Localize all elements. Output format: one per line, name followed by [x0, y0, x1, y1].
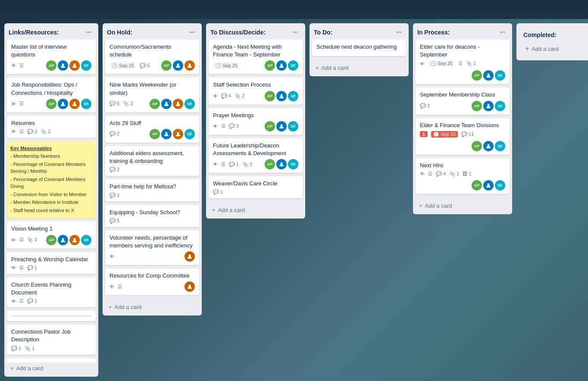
add-card-onhold[interactable]: + Add a card — [105, 301, 199, 313]
svg-point-38 — [281, 64, 283, 66]
card-key-measureables[interactable]: Key Measureables - Membership Numbers - … — [7, 141, 96, 219]
card-resources-comp[interactable]: Resources for Comp Committee 👁 ☰ — [105, 269, 199, 295]
add-icon: + — [10, 365, 14, 372]
avatar: SE — [185, 99, 195, 109]
add-card-discuss[interactable]: + Add a card — [209, 204, 303, 216]
svg-point-36 — [189, 255, 191, 257]
column-discuss: To Discuss/Decide: ··· Agenda - Next Mee… — [206, 23, 305, 219]
column-discuss-title: To Discuss/Decide: — [210, 29, 266, 36]
card-prayer-meetings[interactable]: Prayer Meetings 👁 ☰ 💬 2 AP SE — [209, 108, 303, 135]
card-connections-pastor[interactable]: Connections Pastor Job Description 💬 1 📎… — [7, 325, 96, 354]
card-future-leadership[interactable]: Future Leadership/Deacon Assessments & D… — [209, 138, 303, 173]
column-todo-cards: Schedule next deacon gathering — [310, 40, 409, 62]
avatar — [161, 129, 172, 139]
avatar — [276, 91, 287, 101]
avatar — [161, 99, 172, 109]
avatar — [173, 60, 183, 71]
column-links-title: Links/Resources: — [9, 29, 59, 36]
column-discuss-cards: Agenda - Next Meeting with Finance Team … — [206, 40, 305, 204]
add-icon: + — [316, 65, 319, 71]
avatar — [483, 70, 494, 81]
list-icon: ☰ — [19, 237, 24, 243]
card-next-hire[interactable]: Next Hire 👁 ☰ 💬 4 📎 1 🖼 1 AP SE — [416, 158, 510, 194]
card-job-responsibilities[interactable]: Job Responsibilities: Ops / Connections … — [7, 78, 96, 112]
card-vision-meeting[interactable]: Vision Meeting 1 👁 ☰ 📎 3 AP SE — [7, 222, 96, 248]
avatar: AP — [472, 180, 482, 190]
comment-icon: 💬 2 — [229, 123, 239, 129]
avatar: SE — [495, 70, 505, 81]
eye-icon: 👁 — [213, 94, 218, 99]
eye-icon: 👁 — [109, 254, 114, 259]
avatar — [185, 281, 195, 292]
svg-point-43 — [488, 104, 490, 106]
column-onhold-menu[interactable]: ··· — [187, 28, 197, 37]
comment-icon: 💬 5 — [109, 101, 119, 106]
add-icon: + — [109, 304, 112, 310]
avatar — [58, 60, 68, 71]
avatar — [483, 141, 494, 151]
card-master-list[interactable]: Master list of interview questions 👁 ☰ A… — [7, 40, 96, 74]
card-divider-card[interactable] — [7, 311, 96, 321]
column-inprocess-menu[interactable]: ··· — [497, 28, 508, 37]
card-equipping[interactable]: Equipping - Sunday School? 💬 5 — [105, 205, 199, 227]
column-links-menu[interactable]: ··· — [83, 28, 94, 37]
column-onhold-header: On Hold: ··· — [103, 23, 202, 40]
comment-icon: 💬 1 — [11, 346, 21, 351]
card-church-events[interactable]: Church Events Planning Document 👁 ☰ 💬 1 — [7, 278, 96, 307]
card-date: 🕐 Sep 25 — [213, 62, 240, 69]
card-nine-marks[interactable]: Nine Marks Weekender (or similar) 💬 5 📎 … — [105, 78, 199, 112]
card-parttime-melissa[interactable]: Part-time help for Melissa? 💬 2 — [105, 179, 199, 201]
card-agenda-finance[interactable]: Agenda - Next Meeting with Finance Team … — [209, 40, 303, 74]
add-card-links[interactable]: + Add a card — [7, 362, 96, 374]
avatar — [483, 180, 494, 190]
image-icon: 🖼 1 — [463, 171, 471, 176]
card-schedule-deacon[interactable]: Schedule next deacon gathering — [312, 40, 406, 56]
list-icon: ☰ — [19, 298, 24, 304]
eye-icon: 👁 — [11, 101, 16, 106]
add-card-inprocess[interactable]: + Add a card — [416, 200, 510, 212]
avatar: SE — [288, 60, 298, 71]
add-card-todo[interactable]: + Add a card — [312, 62, 406, 74]
svg-point-42 — [488, 74, 490, 76]
attachment-icon: 📎 1 — [466, 61, 476, 66]
card-sept-membership[interactable]: September Membership Class 💬 2 AP SE — [416, 87, 510, 114]
card-preaching-worship[interactable]: Preaching & Worship Calendar 👁 ☰ 💬 1 — [7, 252, 96, 274]
comment-icon: 💬 4 — [221, 93, 231, 99]
column-onhold-title: On Hold: — [107, 29, 132, 36]
list-icon: ☰ — [19, 63, 24, 69]
column-todo-title: To Do: — [314, 29, 332, 36]
comment-icon: 💬 1 — [213, 189, 223, 195]
card-resumes[interactable]: Resumes 👁 ☰ 💬 2 📎 2 — [7, 116, 96, 138]
avatar: SE — [185, 129, 195, 139]
avatar: AP — [46, 99, 56, 109]
card-elder-finance-divisions[interactable]: Elder & Finance Team Divisions 1 🕐 Sep 1… — [416, 118, 510, 155]
eye-icon: 👁 — [213, 124, 218, 129]
avatar — [173, 99, 183, 109]
column-discuss-menu[interactable]: ··· — [290, 28, 301, 37]
avatar: AP — [472, 70, 482, 81]
add-icon: + — [525, 45, 529, 53]
card-weaver-davis[interactable]: Weaver/Davis Care Circle 💬 1 — [209, 176, 303, 198]
card-staff-selection[interactable]: Staff Selection Process 👁 💬 4 📎 2 AP SE — [209, 78, 303, 104]
column-todo-menu[interactable]: ··· — [394, 28, 404, 37]
add-card-completed[interactable]: + Add a card — [522, 42, 588, 55]
svg-point-27 — [74, 102, 76, 104]
card-volunteer-needs[interactable]: Volunteer needs, percentage of members s… — [105, 231, 199, 265]
card-communion[interactable]: Communion/Sacraments schedule 🕐 Sep 25 💬… — [105, 40, 199, 74]
column-completed: Completed: ··· + Add a card — [516, 23, 588, 60]
column-todo-header: To Do: ··· — [310, 23, 409, 40]
column-links: Links/Resources: ··· Master list of inte… — [4, 23, 98, 377]
svg-point-33 — [177, 102, 179, 104]
list-icon: ☰ — [19, 265, 24, 271]
card-covenant-member[interactable]: Covenant member list ☰ — [7, 358, 96, 362]
card-elders-assessment[interactable]: Additional elders assessment, training &… — [105, 146, 199, 176]
avatar: AP — [472, 141, 482, 151]
card-elder-care[interactable]: Elder care for deacons - September 👁 🕐 S… — [416, 40, 510, 84]
avatar — [483, 101, 494, 111]
avatar: SE — [495, 101, 505, 111]
list-icon: ☰ — [118, 284, 122, 290]
list-icon: ☰ — [428, 171, 432, 177]
card-acts29[interactable]: Acts 29 Stuff 💬 2 AP SE — [105, 116, 199, 143]
attachment-icon: 📎 3 — [27, 237, 37, 243]
column-discuss-header: To Discuss/Decide: ··· — [206, 23, 305, 40]
